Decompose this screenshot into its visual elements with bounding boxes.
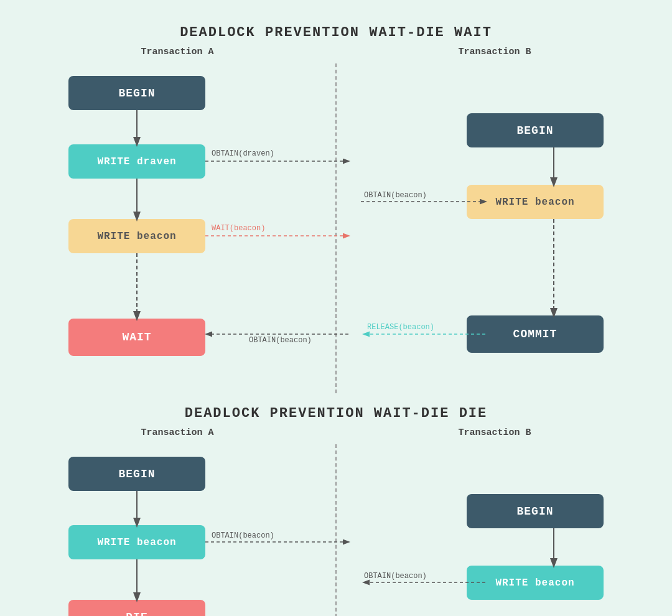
diagram1-box-a-begin: BEGIN <box>68 76 205 110</box>
svg-text:OBTAIN(beacon): OBTAIN(beacon) <box>364 572 427 581</box>
svg-text:OBTAIN(beacon): OBTAIN(beacon) <box>212 531 274 540</box>
diagram2-left-label: Transaction A <box>35 427 320 438</box>
diagram2-box-a-die: DIE <box>68 600 205 616</box>
diagram1-box-b-commit: COMMIT <box>467 315 604 353</box>
diagram1-box-a-write-beacon: WRITE beacon <box>68 219 205 253</box>
diagram1-divider <box>335 63 337 393</box>
svg-text:OBTAIN(beacon): OBTAIN(beacon) <box>249 336 312 345</box>
diagram1-box-b-write-beacon: WRITE beacon <box>467 185 604 219</box>
diagram2-box-b-begin: BEGIN <box>467 494 604 528</box>
diagram1-area: BEGIN WRITE draven WRITE beacon WAIT BEG… <box>19 63 653 393</box>
svg-text:OBTAIN(draven): OBTAIN(draven) <box>212 149 274 158</box>
diagram1-box-a-wait: WAIT <box>68 319 205 356</box>
main-container: DEADLOCK PREVENTION WAIT-DIE WAIT Transa… <box>0 0 672 616</box>
svg-text:OBTAIN(beacon): OBTAIN(beacon) <box>364 191 427 200</box>
svg-text:RELEASE(beacon): RELEASE(beacon) <box>367 323 434 332</box>
diagram1-left-label: Transaction A <box>35 47 320 57</box>
diagram2-box-a-begin: BEGIN <box>68 457 205 491</box>
diagram2-box-b-write-beacon: WRITE beacon <box>467 566 604 600</box>
diagram2-title: DEADLOCK PREVENTION WAIT-DIE DIE <box>19 406 653 421</box>
diagram1-box-a-write-draven: WRITE draven <box>68 144 205 179</box>
diagram2-right-label: Transaction B <box>352 427 638 438</box>
diagram1-title: DEADLOCK PREVENTION WAIT-DIE WAIT <box>19 25 653 40</box>
diagram2-divider <box>335 444 337 616</box>
svg-text:WAIT(beacon): WAIT(beacon) <box>212 224 265 233</box>
diagram1-right-label: Transaction B <box>352 47 638 57</box>
diagram1-box-b-begin: BEGIN <box>467 113 604 147</box>
diagram2-box-a-write-beacon: WRITE beacon <box>68 525 205 559</box>
diagram2-area: BEGIN WRITE beacon DIE BEGIN WRITE beaco… <box>19 444 653 616</box>
